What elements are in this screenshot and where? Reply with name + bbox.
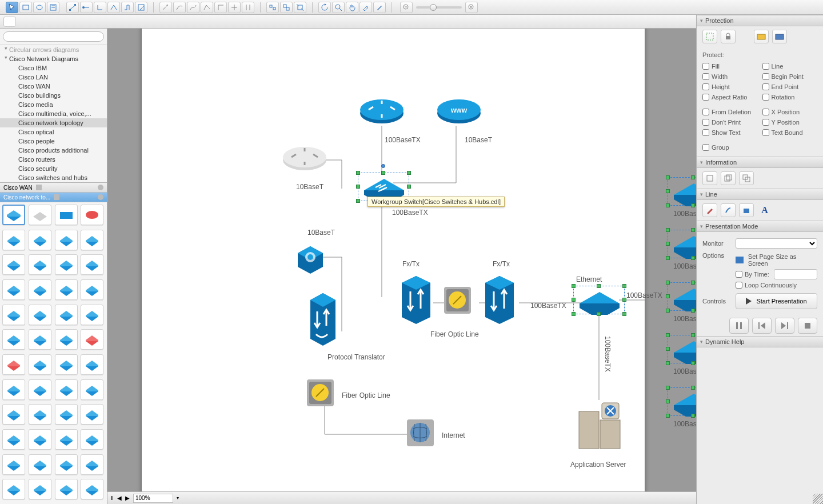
node-app-server[interactable] [576,400,622,451]
shape-cell[interactable] [2,329,25,350]
chk-fill[interactable]: Fill [702,62,758,71]
chk-xpos[interactable]: X Position [762,107,818,117]
zoom-tool[interactable] [332,2,345,13]
monitor-select[interactable] [736,238,817,249]
shape-cell[interactable] [2,404,25,425]
connector-4[interactable] [107,2,120,13]
eyedrop-tool[interactable] [359,2,372,13]
protect-icon-3[interactable] [754,30,769,43]
arrow-tool-3[interactable] [187,2,199,13]
node-ethernet-switch[interactable] [573,286,625,314]
info-icon-3[interactable] [739,171,754,185]
chk-end[interactable]: End Point [762,82,818,91]
arrow-tool-6[interactable] [228,2,241,13]
shape-cell[interactable] [29,354,51,375]
library-search[interactable] [3,31,104,42]
text-tool[interactable] [47,2,59,13]
shape-cell[interactable] [55,279,78,300]
shape-cell[interactable] [81,429,103,450]
node-internet[interactable] [405,417,436,449]
chk-line[interactable]: Line [762,62,818,71]
tree-item[interactable]: Cisco products additional [0,146,107,155]
shape-cell[interactable] [55,230,78,250]
library-toggle[interactable] [3,17,16,27]
line-icon-fill[interactable] [739,203,754,217]
shape-cell[interactable] [29,454,51,475]
lib-tab-active[interactable]: Cisco network to... [0,193,107,202]
tree-item[interactable]: Cisco buildings [0,91,107,100]
protect-icon-4[interactable] [772,30,787,43]
shape-cell[interactable] [2,429,25,450]
arrow-tool-7[interactable] [242,2,254,13]
connector-3[interactable] [94,2,106,13]
line-icon-brush[interactable] [721,203,736,217]
tree-item[interactable]: Cisco switches and hubs [0,173,107,182]
shape-cell[interactable] [81,305,103,325]
shape-cell[interactable] [81,329,103,350]
arrow-tool-2[interactable] [173,2,186,13]
arrow-tool-1[interactable] [159,2,172,13]
arrow-tool-5[interactable] [214,2,227,13]
pointer-tool[interactable] [6,2,18,13]
tree-item-selected[interactable]: Cisco network topology [0,118,107,127]
connector-2[interactable] [80,2,93,13]
shape-cell[interactable] [2,305,25,325]
connector-6[interactable] [135,2,147,13]
node-router-grey[interactable] [282,146,327,177]
shape-cell[interactable] [29,279,51,300]
ellipse-tool[interactable] [33,2,46,13]
chk-bytime[interactable]: By Time: [736,268,817,281]
shape-cell[interactable] [55,305,78,325]
align-tool-2[interactable] [280,2,293,13]
protect-icon-1[interactable] [702,30,717,43]
section-protection[interactable]: Protection [697,15,823,26]
chk-ypos[interactable]: Y Position [762,118,818,127]
prev-button[interactable] [752,318,772,334]
node-www[interactable]: www [436,97,482,129]
chk-dontprint[interactable]: Don't Print [702,118,758,127]
zoom-slider[interactable] [400,2,478,13]
chk-begin[interactable]: Begin Point [762,72,818,81]
rect-tool[interactable] [19,2,32,13]
tree-item[interactable]: Cisco WAN [0,82,107,91]
tree-item[interactable]: Cisco multimedia, voice,... [0,109,107,118]
shape-cell[interactable] [2,254,25,275]
shape-cell[interactable] [55,379,78,400]
node-switch-r4[interactable] [668,335,696,363]
canvas-area[interactable]: 10BaseT 100BaseTX www 10BaseT 100BaseTX … [107,29,696,491]
chk-textbound[interactable]: Text Bound [762,128,818,137]
tree-truncated[interactable]: Circular arrows diagrams [0,45,107,54]
node-switch-r1[interactable] [668,177,696,206]
shape-cell[interactable] [2,454,25,475]
shape-cell[interactable] [55,254,78,275]
node-switch-r2[interactable] [668,230,696,258]
chk-width[interactable]: Width [702,72,758,81]
zoom-in-icon[interactable] [465,2,478,13]
shape-cell[interactable] [2,354,25,375]
resize-corner-icon[interactable] [813,494,823,504]
shape-cell[interactable] [29,329,51,350]
shape-cell[interactable] [2,205,25,225]
shape-cell[interactable] [55,454,78,475]
tree-category[interactable]: Cisco Network Diagrams [0,54,107,63]
shape-cell[interactable] [81,379,103,400]
shape-cell[interactable] [55,429,78,450]
shape-cell[interactable] [2,279,25,300]
pause-button[interactable] [729,318,749,334]
stop-button[interactable] [798,318,817,334]
chk-rotation[interactable]: Rotation [762,93,818,102]
shape-cell[interactable] [55,329,78,350]
shape-cell[interactable] [81,205,103,225]
node-cube-lens[interactable] [293,243,327,274]
shape-cell[interactable] [55,354,78,375]
lib-tab[interactable]: Cisco WAN [0,183,107,193]
shape-cell[interactable] [29,254,51,275]
section-information[interactable]: Information [697,157,823,168]
shape-cell[interactable] [81,279,103,300]
shape-cell[interactable] [29,404,51,425]
shape-cell[interactable] [2,230,25,250]
connector-1[interactable] [66,2,79,13]
shape-cell[interactable] [81,254,103,275]
info-icon-1[interactable] [702,171,717,185]
shape-cell[interactable] [55,205,78,225]
